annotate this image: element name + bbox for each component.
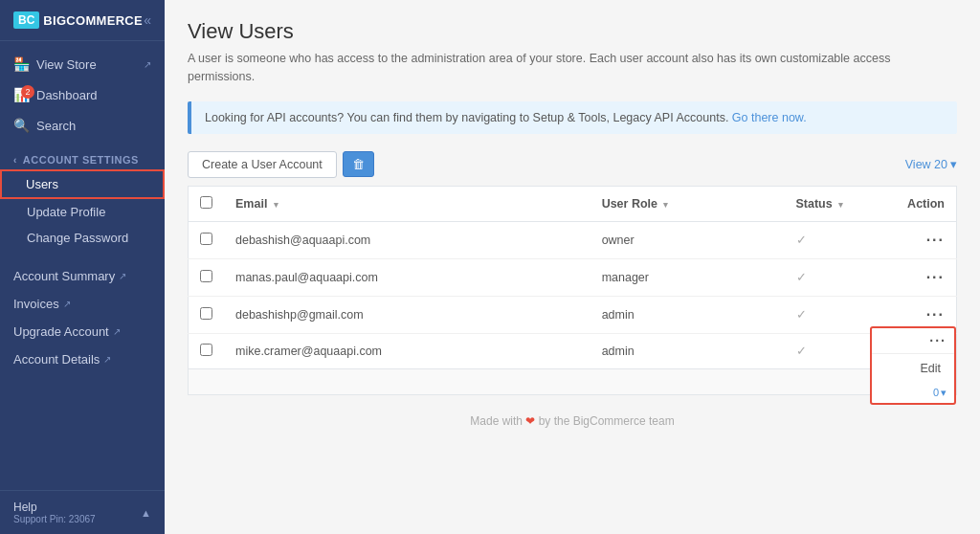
support-pin: Support Pin: 23067 [13, 514, 96, 524]
email-cell: manas.paul@aquaapi.com [224, 258, 590, 296]
action-col-label: Action [907, 197, 945, 211]
edit-action-item[interactable]: Edit [872, 354, 954, 383]
sidebar-item-dashboard[interactable]: 📊 Dashboard 2 [0, 79, 165, 110]
page-footer: Made with ❤ by the BigCommerce team [188, 395, 957, 447]
sidebar-item-users[interactable]: Users [0, 169, 165, 199]
role-cell: admin [590, 296, 785, 333]
sidebar-bottom: Help Support Pin: 23067 ▲ [0, 490, 165, 534]
account-details-label: Account Details [13, 352, 100, 367]
external-link-icon: ↗ [103, 354, 111, 365]
info-banner-text: Looking for API accounts? You can find t… [205, 111, 728, 124]
table-row-highlighted: mike.cramer@aquaapi.com admin ✓ ··· Edit… [189, 333, 957, 368]
row-checkbox[interactable] [200, 344, 212, 356]
role-cell: owner [590, 221, 785, 258]
page-description: A user is someone who has access to the … [188, 50, 957, 86]
email-sort-icon[interactable]: ▾ [274, 200, 278, 210]
table-footer: 0 ▾ [189, 368, 957, 395]
dashboard-badge: 2 [21, 85, 34, 99]
sidebar-item-account-details[interactable]: Account Details ↗ [0, 345, 165, 373]
search-icon: 🔍 [13, 118, 29, 133]
change-password-label: Change Password [27, 231, 128, 245]
help-label: Help [13, 501, 96, 514]
email-col-label: Email [235, 197, 267, 211]
sidebar-item-invoices[interactable]: Invoices ↗ [0, 290, 165, 318]
action-cell-highlighted: ··· Edit 0 ▾ [880, 333, 957, 368]
help-support: Help Support Pin: 23067 [13, 501, 96, 524]
status-check-icon: ✓ [796, 344, 807, 358]
invoices-label: Invoices [13, 297, 59, 311]
view-count-dropdown[interactable]: View 20 ▾ [905, 157, 957, 171]
main-content: View Users A user is someone who has acc… [165, 0, 980, 534]
sidebar-item-upgrade-account[interactable]: Upgrade Account ↗ [0, 318, 165, 345]
action-dots-icon: ··· [929, 333, 947, 348]
toolbar: Create a User Account 🗑 View 20 ▾ [188, 151, 957, 178]
update-profile-label: Update Profile [27, 205, 105, 219]
action-dropdown: ··· Edit 0 ▾ [870, 326, 956, 405]
sidebar-item-label: Search [36, 119, 76, 133]
sidebar-logo-area: BC BIGCOMMERCE « [0, 0, 165, 41]
action-menu-button[interactable]: ··· [926, 269, 945, 285]
info-banner-link[interactable]: Go there now. [732, 111, 807, 124]
trash-icon: 🗑 [352, 157, 365, 171]
sidebar-item-change-password[interactable]: Change Password [0, 225, 165, 251]
action-cell: ··· [880, 258, 957, 296]
table-body: debashish@aquaapi.com owner ✓ ··· manas.… [189, 221, 957, 368]
sidebar-item-label: View Store [36, 57, 97, 72]
sidebar-nav: 🏪 View Store ↗ 📊 Dashboard 2 🔍 Search ‹ … [0, 41, 165, 490]
action-dropdown-dots[interactable]: ··· [872, 328, 954, 354]
users-table: Email ▾ User Role ▾ Status ▾ Action [188, 186, 957, 395]
status-sort-icon[interactable]: ▾ [838, 200, 843, 210]
sidebar-item-account-summary[interactable]: Account Summary ↗ [0, 262, 165, 290]
logo-bc: BC [13, 11, 39, 29]
status-check-icon: ✓ [796, 233, 807, 247]
role-cell: admin [590, 333, 785, 368]
users-label: Users [26, 177, 58, 191]
status-col-label: Status [796, 197, 833, 211]
status-cell: ✓ [785, 221, 880, 258]
external-link-icon: ↗ [63, 299, 71, 309]
heart-icon: ❤ [525, 414, 535, 428]
table-row: debashish@aquaapi.com owner ✓ ··· [189, 221, 957, 258]
sidebar-item-update-profile[interactable]: Update Profile [0, 199, 165, 225]
sidebar-item-view-store[interactable]: 🏪 View Store ↗ [0, 49, 165, 79]
user-role-col-label: User Role [602, 197, 657, 211]
help-toggle-icon[interactable]: ▲ [141, 507, 151, 519]
row-checkbox[interactable] [200, 307, 212, 320]
create-user-account-button[interactable]: Create a User Account [188, 151, 337, 178]
col-checkbox [189, 186, 225, 221]
user-role-sort-icon[interactable]: ▾ [663, 200, 668, 210]
table-row: manas.paul@aquaapi.com manager ✓ ··· [189, 258, 957, 296]
row-checkbox[interactable] [200, 270, 212, 282]
status-cell: ✓ [785, 333, 880, 368]
store-icon: 🏪 [13, 56, 29, 72]
table-footer-row: 0 ▾ [189, 368, 956, 394]
sidebar-item-search[interactable]: 🔍 Search [0, 110, 165, 141]
info-banner: Looking for API accounts? You can find t… [188, 101, 957, 134]
action-dropdown-footer[interactable]: 0 ▾ [872, 383, 954, 403]
delete-button[interactable]: 🗑 [343, 151, 374, 177]
status-cell: ✓ [785, 258, 880, 296]
sidebar: BC BIGCOMMERCE « 🏪 View Store ↗ 📊 Dashbo… [0, 0, 165, 534]
view-count-caret: ▾ [950, 157, 957, 171]
collapse-sidebar-button[interactable]: « [144, 12, 151, 28]
external-link-icon: ↗ [119, 271, 126, 281]
account-summary-label: Account Summary [13, 269, 115, 283]
page-title: View Users [188, 19, 957, 44]
external-link-icon: ↗ [113, 326, 121, 337]
row-checkbox[interactable] [200, 233, 212, 245]
col-status: Status ▾ [785, 186, 880, 221]
status-cell: ✓ [785, 296, 880, 333]
footer-text-content: Made with ❤ by the BigCommerce team [470, 414, 674, 428]
select-all-checkbox[interactable] [200, 196, 212, 209]
action-menu-button[interactable]: ··· [926, 232, 945, 248]
upgrade-account-label: Upgrade Account [13, 324, 109, 339]
section-title: Account Settings [23, 154, 139, 166]
email-cell: debashish@aquaapi.com [224, 221, 590, 258]
action-cell: ··· [880, 221, 957, 258]
action-menu-button[interactable]: ··· [926, 306, 945, 323]
sidebar-item-label: Dashboard [36, 88, 98, 102]
account-settings-header: ‹ Account Settings [0, 141, 165, 169]
logo-text: BIGCOMMERCE [43, 13, 143, 28]
role-cell: manager [590, 258, 785, 296]
footer-caret-icon: ▾ [941, 387, 947, 399]
